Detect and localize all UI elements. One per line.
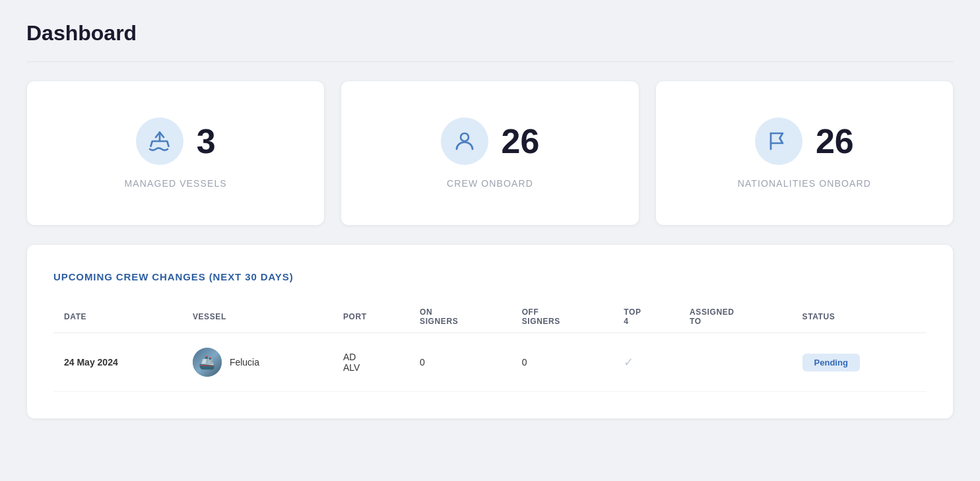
crew-changes-card: UPCOMING CREW CHANGES (NEXT 30 DAYS) DAT…	[26, 244, 954, 419]
table-row: 24 May 2024 Felucia ADALV 0 0	[53, 333, 927, 392]
row-assigned-to	[679, 333, 791, 392]
nationalities-number: 26	[816, 124, 854, 158]
col-off-signers: OFFSIGNERS	[511, 301, 614, 333]
vessel-avatar-img	[193, 348, 222, 377]
col-port: PORT	[333, 301, 409, 333]
crew-changes-title: UPCOMING CREW CHANGES (NEXT 30 DAYS)	[53, 271, 927, 282]
row-top4: ✓	[613, 333, 679, 392]
check-icon: ✓	[624, 356, 634, 369]
svg-point-0	[461, 133, 469, 141]
person-icon-circle	[441, 117, 488, 165]
row-vessel: Felucia	[182, 333, 333, 392]
col-status: STATUS	[792, 301, 927, 333]
managed-vessels-number: 3	[197, 124, 216, 158]
vessel-name: Felucia	[230, 357, 259, 368]
stat-card-top-crew: 26	[441, 117, 540, 165]
status-badge: Pending	[802, 354, 860, 371]
crew-changes-table: DATE VESSEL PORT ONSIGNERS OFFSIGNERS TO…	[53, 301, 927, 392]
flag-icon-circle	[755, 117, 802, 165]
stats-row: 3 MANAGED VESSELS 26 CREW ONBOARD	[26, 80, 954, 226]
col-date: DATE	[53, 301, 182, 333]
stat-card-managed-vessels: 3 MANAGED VESSELS	[26, 80, 325, 226]
stat-card-top: 3	[136, 117, 216, 165]
vessel-avatar	[193, 348, 222, 377]
crew-onboard-number: 26	[502, 124, 540, 158]
stat-card-crew-onboard: 26 CREW ONBOARD	[341, 80, 639, 226]
divider	[26, 61, 954, 62]
table-header-row: DATE VESSEL PORT ONSIGNERS OFFSIGNERS TO…	[53, 301, 927, 333]
page-container: Dashboard 3 MANAGED VESSELS	[0, 0, 980, 440]
row-date: 24 May 2024	[53, 333, 182, 392]
crew-onboard-label: CREW ONBOARD	[447, 178, 533, 189]
vessel-cell: Felucia	[193, 348, 322, 377]
col-assigned-to: ASSIGNEDTO	[679, 301, 791, 333]
col-on-signers: ONSIGNERS	[409, 301, 511, 333]
nationalities-label: NATIONALITIES ONBOARD	[738, 178, 871, 189]
ship-icon-circle	[136, 117, 183, 165]
table-body: 24 May 2024 Felucia ADALV 0 0	[53, 333, 927, 392]
table-header: DATE VESSEL PORT ONSIGNERS OFFSIGNERS TO…	[53, 301, 927, 333]
page-title: Dashboard	[26, 21, 954, 46]
stat-card-top-nat: 26	[755, 117, 854, 165]
row-port: ADALV	[333, 333, 409, 392]
row-on-signers: 0	[409, 333, 511, 392]
stat-card-nationalities: 26 NATIONALITIES ONBOARD	[655, 80, 954, 226]
managed-vessels-label: MANAGED VESSELS	[125, 178, 227, 189]
person-icon	[453, 129, 476, 153]
ship-icon	[148, 129, 172, 153]
col-vessel: VESSEL	[182, 301, 333, 333]
flag-icon	[767, 129, 791, 153]
row-status: Pending	[792, 333, 927, 392]
col-top4: TOP4	[613, 301, 679, 333]
row-off-signers: 0	[511, 333, 614, 392]
